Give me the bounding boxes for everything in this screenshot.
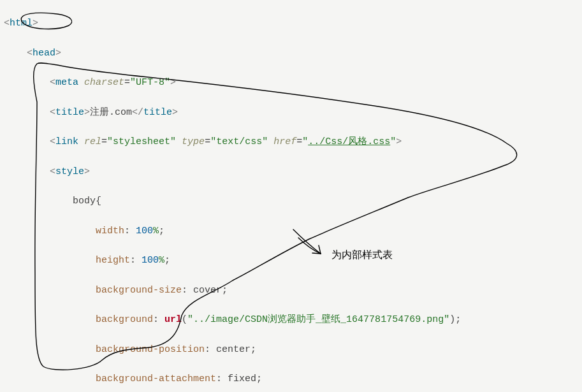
annotation-label: 为内部样式表 [331, 247, 393, 263]
tag-head: head [33, 48, 55, 59]
tag-meta: meta [55, 77, 78, 88]
link-href-path: ../Css/风格.css [308, 136, 390, 147]
css-url-fn: url [164, 314, 182, 325]
tag-html: html [10, 18, 33, 29]
bg-image-path: "../image/CSDN浏览器助手_壁纸_1647781754769.png… [187, 314, 449, 325]
tag-style-open: style [55, 166, 84, 177]
title-text: 注册.com [90, 107, 132, 118]
code-block: <html> <head> <meta charset="UFT-8"> <ti… [0, 0, 582, 392]
selector-body: body [73, 196, 96, 207]
tag-title: title [55, 107, 84, 118]
tag-link: link [55, 136, 78, 147]
